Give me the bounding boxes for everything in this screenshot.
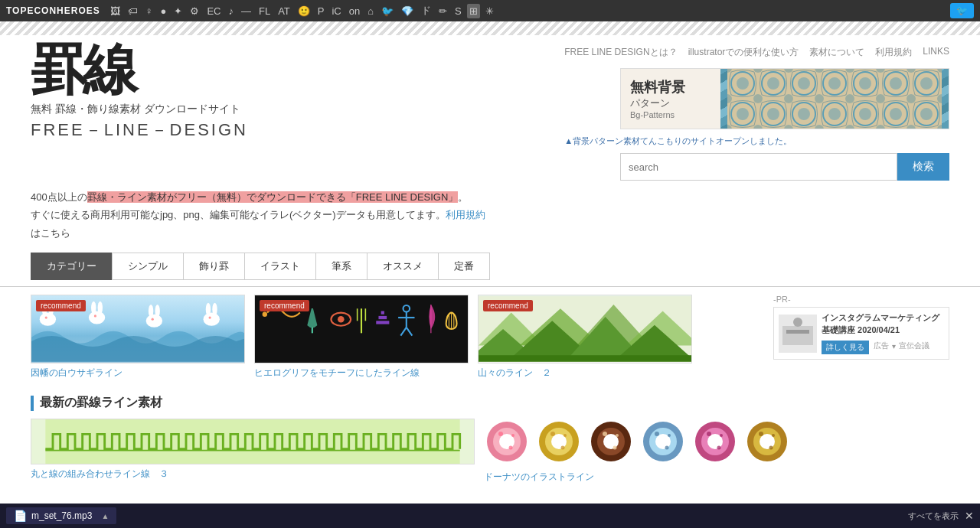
nav-icon-parking[interactable]: P [315,4,327,18]
nav-icon-at[interactable]: AT [276,4,292,18]
donut-group [484,419,949,464]
svg-point-25 [263,312,267,317]
logo-area: 罫線 無料 罫線・飾り線素材 ダウンロードサイト FREE－LINE－DESIG… [31,43,248,142]
logo-subtitle: 無料 罫線・飾り線素材 ダウンロードサイト FREE－LINE－DESIGN [31,101,248,142]
item-card-mountain: recommend [478,295,692,380]
item-title-hieroglyph[interactable]: ヒエログリフをモチーフにしたライン線 [254,367,469,380]
recommend-badge-mountain: recommend [483,300,533,311]
nav-icon-diamond[interactable]: 💎 [399,4,416,18]
nav-icon-line[interactable]: — [239,4,253,18]
donut-title[interactable]: ドーナツのイラストライン [484,471,949,484]
donut-section: ドーナツのイラストライン [484,419,949,484]
cat-tab-teiban[interactable]: 定番 [438,253,490,280]
section-title-row: 最新の罫線ライン素材 [31,395,949,411]
top-links-row: FREE LINE DESIGNとは？ illustratorでの便利な使い方 … [564,43,949,62]
category-tabs: カテゴリー シンプル 飾り罫 イラスト 筆系 オススメ 定番 [0,246,980,287]
donut-item-2 [536,419,582,464]
bg-pattern-ad-right [720,69,949,129]
site-name-label: TOPECONHEROES [6,5,100,16]
latest-line-item: 丸と線の組み合わせライン線 ３ [31,419,475,481]
nav-icon-grid[interactable]: ⊞ [467,4,480,18]
nav-icon-gear[interactable]: ✦ [172,4,185,18]
top-link-illustrator[interactable]: illustratorでの便利な使い方 [688,46,799,59]
svg-rect-7 [727,68,942,129]
svg-point-12 [89,311,105,324]
top-link-terms[interactable]: 利用規約 [875,46,912,59]
svg-point-71 [561,446,565,450]
donut-item-5 [692,419,738,464]
top-link-materials[interactable]: 素材について [809,46,864,59]
item-title-rabbit[interactable]: 因幡の白ウサギライン [31,367,245,380]
nav-icon-do[interactable]: ド [419,2,433,19]
search-row: 検索 [620,153,949,181]
svg-point-64 [511,434,514,437]
svg-point-11 [45,317,47,319]
pr-label: -PR- [773,295,949,304]
item-thumb-mountain[interactable]: recommend [478,295,692,363]
cat-tab-osusume[interactable]: オススメ [367,253,438,280]
bg-ad-caption: ▲背景パターン素材てんこもりのサイトオープンしました。 [564,135,792,147]
cat-tab-simple[interactable]: シンプル [112,253,183,280]
terms-link[interactable]: 利用規約 [446,209,485,220]
svg-rect-34 [381,311,384,315]
svg-point-69 [550,432,555,436]
logo-kanji: 罫線 [31,43,248,98]
nav-icon-on[interactable]: on [347,4,362,18]
nav-icon-flat[interactable]: FL [256,4,273,18]
section-title-text: 最新の罫線ライン素材 [40,395,162,411]
svg-point-94 [772,434,775,437]
featured-items-row: recommend [31,295,761,380]
svg-point-28 [338,316,345,323]
nav-icon-music[interactable]: ♪ [226,4,236,18]
nav-icon-pen[interactable]: ✏ [436,4,449,18]
stripe-banner [0,21,980,35]
nav-icon-settings[interactable]: ⚙ [188,4,201,18]
cat-tab-illust[interactable]: イラスト [244,253,315,280]
svg-rect-56 [786,330,809,334]
nav-icon-s[interactable]: S [452,4,464,18]
bg-pattern-ad-left: 無料背景 パターン Bg-Patterns [621,69,720,129]
cat-tab-kazari[interactable]: 飾り罫 [183,253,244,280]
latest-line-thumb[interactable] [31,419,475,464]
item-title-mountain[interactable]: 山々のライン ２ [478,367,692,380]
svg-point-23 [208,317,211,319]
svg-point-81 [655,432,659,436]
svg-point-20 [204,313,220,326]
svg-point-76 [616,434,619,437]
item-thumb-rabbit[interactable]: recommend [31,295,245,363]
svg-point-21 [206,303,211,316]
desc-post: 。 [458,191,468,203]
search-input[interactable] [620,153,897,181]
twitter-button[interactable]: 🐦 [950,3,974,18]
nav-icon-star[interactable]: ✳ [483,4,496,18]
bg-ad-title1: 無料背景 [630,78,711,96]
svg-point-17 [149,305,153,318]
ad-more-button[interactable]: 詳しく見る [822,341,869,354]
search-button[interactable]: 検索 [897,153,949,181]
top-link-links[interactable]: LINKS [923,46,949,59]
nav-icon-emoji[interactable]: 🙂 [296,4,312,18]
latest-line-title[interactable]: 丸と線の組み合わせライン線 ３ [31,468,475,481]
nav-icon-ic[interactable]: iC [329,4,343,18]
nav-icon-bird[interactable]: 🐦 [379,4,396,18]
nav-icon-ec[interactable]: EC [204,4,223,18]
item-thumb-hieroglyph[interactable]: recommend [254,295,469,363]
nav-icon-female[interactable]: ♀ [143,4,155,18]
svg-point-63 [498,432,503,436]
bg-pattern-ad-banner[interactable]: 無料背景 パターン Bg-Patterns [620,68,949,129]
cat-tab-fude[interactable]: 筆系 [315,253,367,280]
latest-section: 最新の罫線ライン素材 丸と線の組み合わせライン線 ３ [0,387,980,491]
description-line3: はこちら [31,224,949,242]
svg-point-95 [769,446,773,450]
top-link-about[interactable]: FREE LINE DESIGNとは？ [564,46,677,59]
recommend-badge-hieroglyph: recommend [260,300,309,311]
nav-icon-photo[interactable]: 🖼 [108,4,122,18]
nav-icon-home[interactable]: ⌂ [365,4,376,18]
svg-point-22 [212,303,217,316]
main-header: 罫線 無料 罫線・飾り線素材 ダウンロードサイト FREE－LINE－DESIG… [0,35,980,188]
cat-tab-category[interactable]: カテゴリー [31,253,112,280]
nav-icon-circle[interactable]: ● [158,4,169,18]
nav-icon-tag[interactable]: 🏷 [126,4,140,18]
svg-point-57 [793,318,802,327]
svg-point-83 [665,446,669,450]
